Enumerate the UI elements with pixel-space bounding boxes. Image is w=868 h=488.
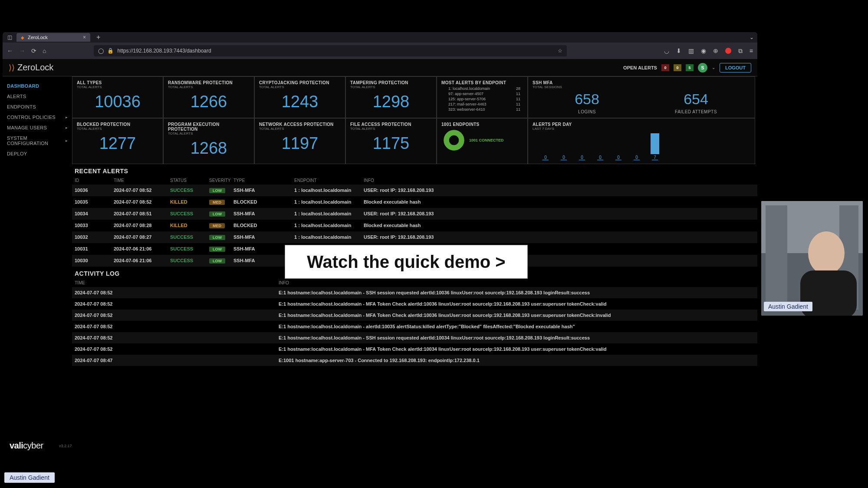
log-row[interactable]: 2024-07-07 08:47E:1001 hostname:app-serv… bbox=[72, 355, 757, 366]
svg-point-0 bbox=[447, 133, 462, 148]
tabs-dropdown-icon[interactable]: ⌄ bbox=[750, 34, 754, 40]
tab-title: ZeroLock bbox=[28, 35, 48, 40]
col-ep: ENDPOINT bbox=[294, 178, 364, 183]
alert-row[interactable]: 100332024-07-07 08:28KILLEDMEDBLOCKED1 :… bbox=[72, 220, 757, 231]
pocket-icon[interactable]: ◡ bbox=[664, 47, 669, 54]
browser-tab[interactable]: ◆ ZeroLock × bbox=[16, 33, 90, 42]
tab-close-icon[interactable]: × bbox=[83, 34, 86, 40]
sidebar-item-endpoints[interactable]: ENDPOINTS bbox=[7, 102, 68, 112]
col-status: STATUS bbox=[170, 178, 209, 183]
log-col-info: INFO bbox=[279, 280, 755, 285]
presenter-name-tag: Austin Gadient bbox=[764, 302, 812, 311]
home-icon[interactable]: ⌂ bbox=[43, 47, 46, 54]
ext2-icon[interactable]: ⊕ bbox=[713, 47, 718, 54]
forward-icon[interactable]: → bbox=[19, 47, 25, 54]
col-sev: SEVERITY bbox=[209, 178, 233, 183]
sidebar-item-dashboard[interactable]: DASHBOARD bbox=[7, 81, 68, 91]
extensions-icon[interactable]: ⧉ bbox=[738, 47, 743, 55]
demo-banner-text: Watch the quick demo > bbox=[307, 252, 505, 272]
logo-icon: ⟩⟩ bbox=[9, 63, 15, 73]
col-type: TYPE bbox=[233, 178, 294, 183]
alerts-header-row: ID TIME STATUS SEVERITY TYPE ENDPOINT IN… bbox=[72, 176, 757, 185]
download-icon[interactable]: ⬇ bbox=[676, 47, 681, 54]
sidebar-item-deploy[interactable]: DEPLOY bbox=[7, 148, 68, 159]
log-row[interactable]: 2024-07-07 08:52E:1 hostname:localhost.l… bbox=[72, 298, 757, 310]
demo-banner[interactable]: Watch the quick demo > bbox=[285, 245, 528, 279]
stat-tile[interactable]: CRYPTOJACKING PROTECTIONTOTAL ALERTS1243 bbox=[254, 76, 345, 118]
company-brand: valicyber bbox=[10, 441, 43, 451]
user-avatar[interactable]: S bbox=[698, 63, 707, 73]
col-id: ID bbox=[75, 178, 114, 183]
sidebar-item-control-policies[interactable]: CONTROL POLICIES▸ bbox=[7, 112, 68, 122]
endpoints-tile: 1001 ENDPOINTS1001 CONNECTED bbox=[437, 118, 528, 164]
presenter-video: Austin Gadient bbox=[761, 201, 863, 316]
lock-icon: 🔒 bbox=[107, 48, 114, 54]
browser-tab-bar: ◫ ◆ ZeroLock × + ⌄ bbox=[3, 32, 757, 43]
version-label: v3.2.17 bbox=[59, 444, 72, 448]
alert-badge-med[interactable]: 0 bbox=[674, 64, 681, 71]
alert-row[interactable]: 100362024-07-07 08:52SUCCESSLOWSSH-MFA1 … bbox=[72, 185, 757, 196]
sidebar-item-alerts[interactable]: ALERTS bbox=[7, 91, 68, 102]
svg-point-5 bbox=[808, 231, 845, 275]
stat-tile[interactable]: ALL TYPESTOTAL ALERTS10036 bbox=[72, 76, 163, 118]
sidebar-toggle-icon[interactable]: ◫ bbox=[6, 34, 13, 41]
alerts-per-day-chart: ALERTS PER DAYLAST 7 DAYS0000007 bbox=[528, 118, 755, 164]
log-header-row: TIME INFO bbox=[72, 279, 757, 287]
app-logo[interactable]: ⟩⟩ ZeroLock bbox=[9, 63, 53, 73]
ext1-icon[interactable]: ▥ bbox=[688, 47, 694, 54]
alert-row[interactable]: 100322024-07-07 08:27SUCCESSLOWSSH-MFA1 … bbox=[72, 231, 757, 243]
logout-button[interactable]: LOGOUT bbox=[720, 63, 751, 73]
log-row[interactable]: 2024-07-07 08:52E:1 hostname:localhost.l… bbox=[72, 332, 757, 343]
browser-toolbar: ← → ⟳ ⌂ ◯ 🔒 https://192.168.208.193:7443… bbox=[3, 43, 757, 59]
shield-icon: ◯ bbox=[98, 48, 104, 54]
ext3-icon[interactable] bbox=[725, 48, 731, 54]
stat-tile[interactable]: BLOCKED PROTECTIONTOTAL ALERTS1277 bbox=[72, 118, 163, 164]
stat-tile[interactable]: TAMPERING PROTECTIONTOTAL ALERTS1298 bbox=[345, 76, 437, 118]
svg-rect-3 bbox=[766, 205, 787, 310]
url-bar[interactable]: ◯ 🔒 https://192.168.208.193:7443/dashboa… bbox=[94, 45, 567, 56]
footer-name-tag: Austin Gadient bbox=[4, 472, 55, 483]
presenter-silhouette-icon bbox=[761, 201, 863, 316]
stat-tile[interactable]: FILE ACCESS PROTECTIONTOTAL ALERTS1175 bbox=[345, 118, 437, 164]
brand-text: ZeroLock bbox=[17, 63, 53, 73]
col-time: TIME bbox=[114, 178, 170, 183]
sidebar: DASHBOARDALERTSENDPOINTSCONTROL POLICIES… bbox=[3, 76, 72, 454]
new-tab-button[interactable]: + bbox=[94, 33, 103, 41]
recent-alerts-title: RECENT ALERTS bbox=[72, 164, 757, 176]
url-text: https://192.168.208.193:7443/dashboard bbox=[117, 48, 211, 54]
stat-tile[interactable]: PROGRAM EXECUTION PROTECTIONTOTAL ALERTS… bbox=[163, 118, 254, 164]
log-row[interactable]: 2024-07-07 08:52E:1 hostname:localhost.l… bbox=[72, 287, 757, 298]
ssh-mfa-tile: SSH MFATOTAL SESSIONS658LOGINS654FAILED … bbox=[528, 76, 755, 118]
sidebar-item-system-configuration[interactable]: SYSTEM CONFIGURATION▸ bbox=[7, 133, 68, 148]
avatar-caret-icon[interactable]: ⌄ bbox=[712, 65, 715, 70]
reload-icon[interactable]: ⟳ bbox=[31, 47, 36, 54]
alert-badge-low[interactable]: 5 bbox=[686, 64, 694, 71]
log-row[interactable]: 2024-07-07 08:52E:1 hostname:localhost.l… bbox=[72, 321, 757, 332]
log-row[interactable]: 2024-07-07 08:52E:1 hostname:localhost.l… bbox=[72, 343, 757, 355]
most-alerts-tile: MOST ALERTS BY ENDPOINT1: localhost.loca… bbox=[437, 76, 528, 118]
menu-icon[interactable]: ≡ bbox=[750, 47, 753, 54]
stat-tile[interactable]: RANSOMWARE PROTECTIONTOTAL ALERTS1266 bbox=[163, 76, 254, 118]
col-info: INFO bbox=[364, 178, 755, 183]
log-col-time: TIME bbox=[75, 280, 279, 285]
back-icon[interactable]: ← bbox=[7, 47, 13, 54]
log-row[interactable]: 2024-07-07 08:52E:1 hostname:localhost.l… bbox=[72, 310, 757, 321]
stat-tile[interactable]: NETWORK ACCESS PROTECTIONTOTAL ALERTS119… bbox=[254, 118, 345, 164]
alert-row[interactable]: 100342024-07-07 08:51SUCCESSLOWSSH-MFA1 … bbox=[72, 208, 757, 220]
alert-row[interactable]: 100352024-07-07 08:52KILLEDMEDBLOCKED1 :… bbox=[72, 196, 757, 208]
open-alerts-label: OPEN ALERTS bbox=[623, 65, 657, 70]
account-icon[interactable]: ◉ bbox=[701, 47, 706, 54]
alert-badge-high[interactable]: 0 bbox=[661, 64, 669, 71]
app-header: ⟩⟩ ZeroLock OPEN ALERTS 0 0 5 S ⌄ LOGOUT bbox=[3, 59, 757, 76]
sidebar-item-manage-users[interactable]: MANAGE USERS▸ bbox=[7, 122, 68, 133]
tab-favicon-icon: ◆ bbox=[21, 35, 24, 40]
bookmark-icon[interactable]: ☆ bbox=[558, 48, 562, 54]
